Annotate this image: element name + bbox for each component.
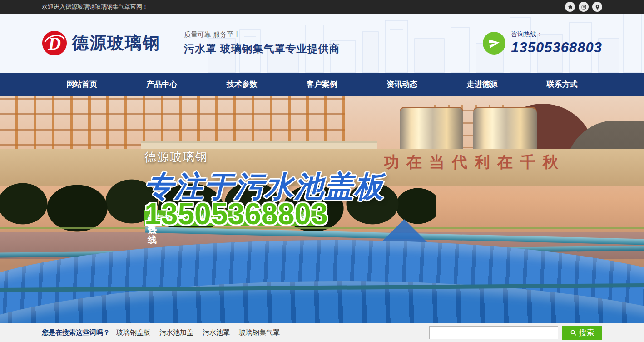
header-hotline: 咨询热线： 13505368803 [483, 30, 602, 56]
maroon-dome-tank [490, 104, 595, 158]
header-slogan: 质量可靠 服务至上 污水罩 玻璃钢集气罩专业提供商 [184, 30, 340, 56]
welcome-text: 欢迎进入德源玻璃钢玻璃钢集气罩官网！ [42, 3, 148, 11]
nav-item-contact[interactable]: 联系方式 [522, 73, 602, 96]
search-prompt: 您是在搜索这些词吗？ [42, 328, 110, 337]
search-group: 搜索 [429, 326, 602, 340]
blue-tarp [377, 219, 431, 246]
home-icon[interactable] [565, 2, 575, 12]
hero-banner: 功在当代利在千秋 德源玻璃钢 专注于污水池盖板 FOUCS ON SEWAGE … [0, 96, 644, 323]
search-input[interactable] [429, 326, 558, 339]
nav-item-news[interactable]: 资讯动态 [362, 73, 442, 96]
teal-pipe [0, 246, 644, 258]
search-button[interactable]: 搜索 [562, 326, 602, 340]
camera-icon[interactable] [579, 2, 589, 12]
keyword-link-4[interactable]: 玻璃钢集气罩 [239, 328, 280, 337]
refinery-towers-right [422, 105, 509, 159]
location-pin-icon[interactable] [592, 2, 602, 12]
nav-item-home[interactable]: 网站首页 [42, 73, 122, 96]
hotline-label: 咨询热线： [511, 30, 602, 39]
hero-brand-text: 德源玻璃钢 [144, 149, 384, 165]
search-button-label: 搜索 [579, 327, 594, 338]
header: D 德源玻璃钢 质量可靠 服务至上 污水罩 玻璃钢集气罩专业提供商 咨询热线： … [0, 14, 644, 73]
wall-slogan-text: 功在当代利在千秋 [384, 152, 638, 173]
hero-overlay: 德源玻璃钢 专注于污水池盖板 FOUCS ON SEWAGE POOL COVE… [144, 149, 384, 226]
nav-item-about[interactable]: 走进德源 [442, 73, 522, 96]
storage-tank [473, 108, 537, 167]
nav-item-cases[interactable]: 客户案例 [282, 73, 362, 96]
nav-item-products[interactable]: 产品中心 [122, 73, 202, 96]
gray-dome-tank [565, 121, 644, 171]
paper-plane-icon [483, 32, 505, 55]
search-strip: 您是在搜索这些词吗？ 玻璃钢盖板 污水池加盖 污水池罩 玻璃钢集气罩 搜索 [0, 323, 644, 342]
sales-phone-number: 13505368803 [144, 201, 328, 226]
logo[interactable]: D 德源玻璃钢 [42, 30, 160, 56]
slogan-line2: 污水罩 玻璃钢集气罩专业提供商 [184, 42, 340, 56]
main-nav: 网站首页 产品中心 技术参数 客户案例 资讯动态 走进德源 联系方式 [0, 73, 644, 96]
fiberglass-cover-far [0, 240, 644, 323]
teal-pipe [0, 283, 644, 292]
topbar-icons [565, 2, 602, 12]
ground-path [0, 232, 644, 259]
keyword-link-3[interactable]: 污水池罩 [203, 328, 230, 337]
logo-d-icon: D [42, 30, 67, 56]
logo-text: 德源玻璃钢 [72, 32, 160, 55]
hot-keywords: 玻璃钢盖板 污水池加盖 污水池罩 玻璃钢集气罩 [116, 328, 280, 337]
fiberglass-cover-near [0, 281, 644, 323]
topbar: 欢迎进入德源玻璃钢玻璃钢集气罩官网！ [0, 0, 644, 14]
keyword-link-1[interactable]: 玻璃钢盖板 [116, 328, 150, 337]
hotline-number: 13505368803 [511, 40, 602, 56]
magnifier-icon [570, 329, 577, 336]
storage-tank [400, 108, 463, 167]
nav-item-specs[interactable]: 技术参数 [202, 73, 282, 96]
svg-text:D: D [48, 34, 61, 53]
slogan-line1: 质量可靠 服务至上 [184, 30, 340, 39]
keyword-link-2[interactable]: 污水池加盖 [159, 328, 193, 337]
